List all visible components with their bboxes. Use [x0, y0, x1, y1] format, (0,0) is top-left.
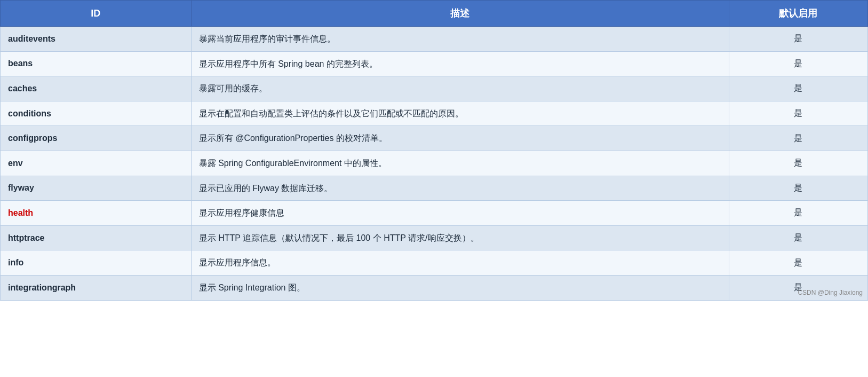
header-id: ID: [1, 1, 192, 27]
cell-desc-httptrace: 显示 HTTP 追踪信息（默认情况下，最后 100 个 HTTP 请求/响应交换…: [191, 225, 729, 250]
cell-id-beans: beans: [1, 51, 192, 76]
table-row: health显示应用程序健康信息是: [1, 201, 868, 226]
cell-default-flyway: 是: [729, 176, 867, 201]
cell-desc-integrationgraph: 显示 Spring Integration 图。: [191, 275, 729, 300]
cell-default-httptrace: 是: [729, 225, 867, 250]
cell-default-health: 是: [729, 201, 867, 226]
cell-desc-flyway: 显示已应用的 Flyway 数据库迁移。: [191, 176, 729, 201]
table-row: info显示应用程序信息。是: [1, 250, 868, 276]
cell-id-httptrace: httptrace: [1, 225, 192, 250]
header-desc: 描述: [191, 1, 729, 27]
cell-id-conditions: conditions: [1, 101, 192, 126]
cell-id-caches: caches: [1, 76, 192, 101]
header-default: 默认启用: [729, 1, 867, 27]
cell-id-env: env: [1, 151, 192, 176]
cell-desc-info: 显示应用程序信息。: [191, 250, 729, 276]
cell-desc-health: 显示应用程序健康信息: [191, 201, 729, 226]
table-row: integrationgraph显示 Spring Integration 图。…: [1, 275, 868, 300]
cell-desc-env: 暴露 Spring ConfigurableEnvironment 中的属性。: [191, 151, 729, 176]
cell-id-info: info: [1, 250, 192, 276]
table-row: configprops显示所有 @ConfigurationProperties…: [1, 126, 868, 151]
cell-desc-beans: 显示应用程序中所有 Spring bean 的完整列表。: [191, 51, 729, 76]
cell-id-flyway: flyway: [1, 176, 192, 201]
cell-default-beans: 是: [729, 51, 867, 76]
cell-desc-auditevents: 暴露当前应用程序的审计事件信息。: [191, 27, 729, 52]
cell-default-info: 是: [729, 250, 867, 276]
cell-id-auditevents: auditevents: [1, 27, 192, 52]
cell-desc-conditions: 显示在配置和自动配置类上评估的条件以及它们匹配或不匹配的原因。: [191, 101, 729, 126]
cell-default-conditions: 是: [729, 101, 867, 126]
table-row: httptrace显示 HTTP 追踪信息（默认情况下，最后 100 个 HTT…: [1, 225, 868, 250]
cell-id-health: health: [1, 201, 192, 226]
table-row: beans显示应用程序中所有 Spring bean 的完整列表。是: [1, 51, 868, 76]
cell-id-configprops: configprops: [1, 126, 192, 151]
cell-default-configprops: 是: [729, 126, 867, 151]
cell-default-auditevents: 是: [729, 27, 867, 52]
cell-default-integrationgraph: 是: [729, 275, 867, 300]
table-row: env暴露 Spring ConfigurableEnvironment 中的属…: [1, 151, 868, 176]
cell-id-integrationgraph: integrationgraph: [1, 275, 192, 300]
cell-default-caches: 是: [729, 76, 867, 101]
cell-desc-caches: 暴露可用的缓存。: [191, 76, 729, 101]
table-row: caches暴露可用的缓存。是: [1, 76, 868, 101]
watermark-text: CSDN @Ding Jiaxiong: [798, 289, 863, 296]
table-row: flyway显示已应用的 Flyway 数据库迁移。是: [1, 176, 868, 201]
table-row: auditevents暴露当前应用程序的审计事件信息。是: [1, 27, 868, 52]
table-row: conditions显示在配置和自动配置类上评估的条件以及它们匹配或不匹配的原因…: [1, 101, 868, 126]
cell-desc-configprops: 显示所有 @ConfigurationProperties 的校对清单。: [191, 126, 729, 151]
cell-default-env: 是: [729, 151, 867, 176]
